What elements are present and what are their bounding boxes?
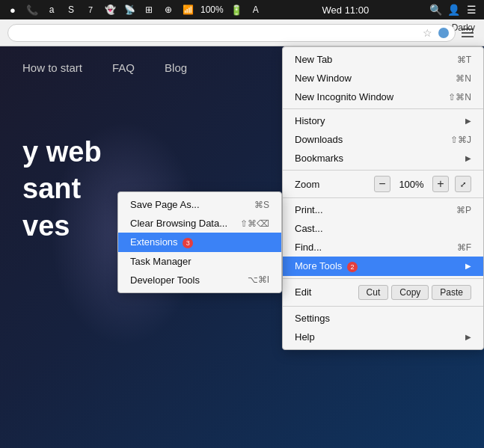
menu-item-downloads[interactable]: Downloads ⇧⌘J bbox=[283, 130, 483, 149]
nav-how-to-start[interactable]: How to start bbox=[22, 61, 82, 74]
zoom-fullscreen-button[interactable]: ⤢ bbox=[455, 176, 471, 192]
cut-button[interactable]: Cut bbox=[358, 285, 389, 300]
menubar-right: 🔍 👤 ☰ bbox=[429, 4, 478, 16]
menu-item-settings[interactable]: Settings bbox=[283, 309, 483, 328]
chrome-dropdown-menu: New Tab ⌘T New Window ⌘N New Incognito W… bbox=[282, 46, 484, 350]
user-icon[interactable]: 👤 bbox=[447, 4, 460, 16]
copy-button[interactable]: Copy bbox=[391, 285, 429, 300]
notification-icon[interactable]: ☰ bbox=[465, 4, 478, 16]
menubar-left: ● 📞 a S 7 👻 📡 ⊞ ⊕ 📶 100% 🔋 A bbox=[6, 4, 263, 16]
zoom-control: Zoom − 100% + ⤢ bbox=[283, 173, 483, 195]
menu-item-more-tools[interactable]: More Tools 2 ▶ bbox=[283, 257, 483, 276]
menu-item-help[interactable]: Help ▶ bbox=[283, 328, 483, 346]
menu-extras-icon: ⊕ bbox=[162, 4, 175, 15]
help-arrow-icon: ▶ bbox=[465, 333, 471, 341]
menu-divider-3 bbox=[283, 197, 483, 198]
menu-item-cast[interactable]: Cast... bbox=[283, 219, 483, 238]
paste-button[interactable]: Paste bbox=[432, 285, 471, 300]
bookmark-star-icon[interactable]: ☆ bbox=[423, 27, 432, 39]
zoom-minus-button[interactable]: − bbox=[374, 176, 390, 192]
submenu-item-clear-browsing[interactable]: Clear Browsing Data... ⇧⌘⌫ bbox=[118, 214, 281, 233]
menu-item-new-window[interactable]: New Window ⌘N bbox=[283, 69, 483, 88]
more-tools-arrow-icon: ▶ bbox=[465, 262, 471, 270]
zoom-buttons: − 100% + ⤢ bbox=[374, 176, 471, 192]
submenu-item-developer-tools[interactable]: Developer Tools ⌥⌘I bbox=[118, 271, 281, 289]
address-bar[interactable]: ☆ bbox=[7, 24, 456, 42]
apple-icon: ● bbox=[6, 4, 19, 16]
battery-indicator: 100% bbox=[200, 4, 224, 15]
bookmarks-arrow-icon: ▶ bbox=[465, 154, 471, 162]
menu-item-history[interactable]: History ▶ bbox=[283, 111, 483, 130]
more-tools-badge: 2 bbox=[347, 262, 358, 272]
menu-item-find[interactable]: Find... ⌘F bbox=[283, 238, 483, 257]
menu-divider-4 bbox=[283, 278, 483, 279]
submenu-item-save-page[interactable]: Save Page As... ⌘S bbox=[118, 195, 281, 214]
viber-icon: 📞 bbox=[25, 4, 39, 16]
menubar: ● 📞 a S 7 👻 📡 ⊞ ⊕ 📶 100% 🔋 A Wed 11:00 🔍… bbox=[0, 0, 484, 19]
nav-faq[interactable]: FAQ bbox=[112, 61, 135, 74]
badge-7: 7 bbox=[84, 5, 97, 14]
submenu-item-extensions[interactable]: Extensions 3 bbox=[118, 233, 281, 252]
menu-divider-2 bbox=[283, 170, 483, 171]
history-arrow-icon: ▶ bbox=[465, 117, 471, 125]
nav-blog[interactable]: Blog bbox=[165, 61, 187, 74]
extensions-badge: 3 bbox=[183, 238, 193, 248]
lens-button[interactable] bbox=[438, 28, 449, 38]
menubar-time: Wed 11:00 bbox=[322, 4, 370, 16]
menu-item-print[interactable]: Print... ⌘P bbox=[283, 200, 483, 219]
edit-buttons: Cut Copy Paste bbox=[358, 285, 471, 300]
menu-item-new-incognito[interactable]: New Incognito Window ⇧⌘N bbox=[283, 88, 483, 106]
menu-item-bookmarks[interactable]: Bookmarks ▶ bbox=[283, 149, 483, 168]
airdrop-icon: 📡 bbox=[123, 4, 136, 15]
zoom-value: 100% bbox=[396, 179, 426, 190]
grid-icon: ⊞ bbox=[142, 4, 156, 15]
menu-item-new-tab[interactable]: New Tab ⌘T bbox=[283, 50, 483, 69]
menu-divider-1 bbox=[283, 108, 483, 109]
submenu-item-task-manager[interactable]: Task Manager bbox=[118, 252, 281, 271]
snapchat-icon: 👻 bbox=[103, 4, 117, 15]
edit-row: Edit Cut Copy Paste bbox=[283, 281, 483, 304]
more-tools-submenu: Save Page As... ⌘S Clear Browsing Data..… bbox=[117, 191, 282, 293]
battery-icon: 🔋 bbox=[230, 4, 243, 16]
input-source-icon: A bbox=[249, 4, 263, 15]
menu-divider-5 bbox=[283, 306, 483, 307]
messages-icon: a bbox=[45, 4, 58, 15]
skype-icon: S bbox=[64, 4, 78, 15]
zoom-plus-button[interactable]: + bbox=[432, 176, 449, 192]
wifi-icon: 📶 bbox=[181, 4, 194, 15]
spotlight-icon[interactable]: 🔍 bbox=[429, 4, 442, 16]
browser-toolbar: Darky ☆ bbox=[0, 19, 484, 46]
